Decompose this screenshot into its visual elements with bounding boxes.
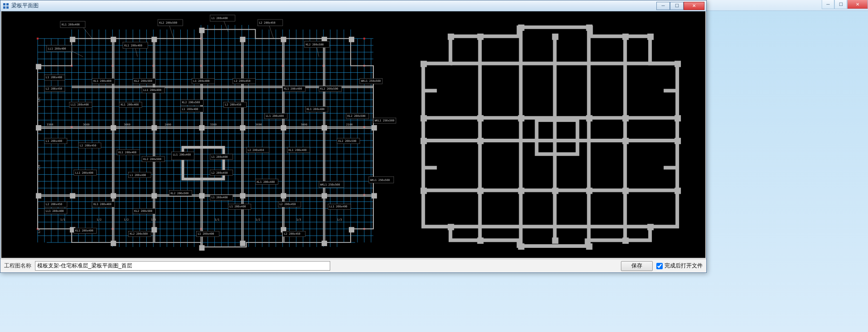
svg-line-184 <box>269 25 273 39</box>
svg-text:3600: 3600 <box>83 123 90 126</box>
svg-text:LL1 200x400: LL1 200x400 <box>75 171 94 174</box>
window-title: 梁板平面图 <box>11 2 39 10</box>
svg-rect-344 <box>477 188 484 194</box>
titlebar[interactable]: 梁板平面图 ─ ☐ ✕ <box>0 0 706 11</box>
svg-rect-330 <box>622 34 629 40</box>
svg-rect-169 <box>152 227 157 232</box>
svg-rect-163 <box>240 193 245 199</box>
svg-rect-335 <box>518 115 525 121</box>
svg-rect-153 <box>199 125 204 131</box>
svg-text:1/1: 1/1 <box>214 218 219 221</box>
svg-rect-336 <box>586 115 592 121</box>
svg-rect-345 <box>518 188 525 194</box>
svg-text:1/C: 1/C <box>37 97 40 102</box>
svg-text:LL1 200x400: LL1 200x400 <box>266 114 284 117</box>
svg-rect-348 <box>622 188 629 194</box>
close-button[interactable]: ✕ <box>684 2 704 10</box>
svg-text:WKL1 250x500: WKL1 250x500 <box>320 183 340 186</box>
bottom-toolbar: 工程图名称 保存 完成后打开文件 <box>0 259 706 272</box>
svg-text:KL1 200x400: KL1 200x400 <box>307 107 325 111</box>
svg-text:3600: 3600 <box>255 123 262 126</box>
svg-text:2400: 2400 <box>165 123 172 126</box>
svg-rect-347 <box>586 188 592 194</box>
svg-text:LL1 200x400: LL1 200x400 <box>71 103 89 106</box>
open-after-checkbox-input[interactable] <box>656 263 663 269</box>
parent-close-button[interactable]: ✕ <box>847 0 868 9</box>
svg-text:KL1 200x400: KL1 200x400 <box>257 180 275 183</box>
app-icon <box>2 2 10 10</box>
svg-text:L1 200x400: L1 200x400 <box>211 16 228 20</box>
svg-text:KL1 200x400: KL1 200x400 <box>62 23 80 26</box>
svg-rect-150 <box>36 125 41 131</box>
svg-rect-142 <box>70 37 75 42</box>
svg-text:KL1 200x400: KL1 200x400 <box>288 148 307 151</box>
svg-text:KL2 200x500: KL2 200x500 <box>130 232 148 235</box>
parent-max-button[interactable]: ☐ <box>834 0 847 9</box>
svg-text:1/1: 1/1 <box>60 218 65 221</box>
svg-rect-341 <box>622 138 629 144</box>
svg-text:L1 200x400: L1 200x400 <box>211 155 228 158</box>
svg-rect-355 <box>622 237 629 244</box>
open-after-checkbox[interactable]: 完成后打开文件 <box>656 262 703 270</box>
svg-text:L2 200x450: L2 200x450 <box>211 171 228 174</box>
svg-rect-349 <box>675 188 681 194</box>
svg-rect-339 <box>421 138 427 144</box>
svg-text:1/2: 1/2 <box>255 218 260 221</box>
svg-text:L2 200x450: L2 200x450 <box>46 202 62 206</box>
svg-rect-342 <box>675 138 681 144</box>
svg-text:1/3: 1/3 <box>151 218 156 221</box>
svg-text:L1 200x400: L1 200x400 <box>182 107 198 111</box>
svg-text:KL2 200x500: KL2 200x500 <box>182 101 200 104</box>
svg-text:2100: 2100 <box>346 123 353 126</box>
svg-text:WKL1 250x500: WKL1 250x500 <box>370 178 390 181</box>
svg-rect-170 <box>199 245 204 251</box>
beam-slab-plan-window: 梁板平面图 ─ ☐ ✕ <box>0 0 707 273</box>
parent-min-button[interactable]: ─ <box>822 0 834 9</box>
drawing-name-input[interactable] <box>35 261 330 271</box>
svg-rect-340 <box>477 138 484 144</box>
svg-rect-319 <box>536 120 577 154</box>
svg-text:3000: 3000 <box>301 123 308 126</box>
svg-text:L2 200x450: L2 200x450 <box>284 232 300 235</box>
svg-text:LL1 200x400: LL1 200x400 <box>144 88 162 91</box>
svg-text:L1 200x400: L1 200x400 <box>46 75 62 79</box>
svg-rect-332 <box>675 61 681 67</box>
svg-text:1/3: 1/3 <box>337 218 342 221</box>
svg-text:L1 200x400: L1 200x400 <box>130 173 146 176</box>
svg-rect-152 <box>152 125 157 131</box>
svg-text:L2 200x450: L2 200x450 <box>234 79 250 82</box>
svg-rect-353 <box>552 237 558 244</box>
svg-text:KL1 200x400: KL1 200x400 <box>284 87 302 90</box>
svg-rect-89 <box>363 38 365 40</box>
svg-rect-158 <box>36 193 41 199</box>
svg-rect-149 <box>349 37 354 42</box>
save-button[interactable]: 保存 <box>621 261 653 271</box>
svg-rect-143 <box>111 37 116 42</box>
svg-text:KL2 200x500: KL2 200x500 <box>159 21 178 24</box>
right-floor-plan <box>421 25 681 250</box>
svg-rect-145 <box>199 28 204 33</box>
svg-text:LL1 200x400: LL1 200x400 <box>173 153 191 156</box>
svg-line-181 <box>223 20 228 32</box>
maximize-button[interactable]: ☐ <box>670 2 684 10</box>
svg-text:L2 200x450: L2 200x450 <box>259 21 275 24</box>
svg-text:KL1 200x400: KL1 200x400 <box>94 202 112 206</box>
svg-text:KL1 200x400: KL1 200x400 <box>124 44 143 47</box>
svg-rect-174 <box>349 227 354 232</box>
cad-canvas[interactable]: KL1 200x400 KL2 200x500 L1 200x400 L2 20… <box>0 11 706 259</box>
svg-text:KL2 200x500: KL2 200x500 <box>134 79 153 82</box>
svg-rect-346 <box>552 188 558 194</box>
svg-line-175 <box>83 27 92 39</box>
minimize-button[interactable]: ─ <box>656 2 670 10</box>
svg-text:3300: 3300 <box>47 123 54 126</box>
svg-rect-331 <box>647 34 654 40</box>
svg-text:L1 200x400: L1 200x400 <box>193 79 209 82</box>
svg-text:KL2 200x500: KL2 200x500 <box>306 43 324 46</box>
svg-rect-156 <box>322 125 327 131</box>
svg-rect-166 <box>372 193 377 199</box>
svg-rect-173 <box>322 241 327 246</box>
svg-text:L2 200x450: L2 200x450 <box>279 202 296 206</box>
svg-text:KL1 200x400: KL1 200x400 <box>75 229 94 232</box>
svg-rect-164 <box>281 193 286 199</box>
svg-text:1/B: 1/B <box>37 165 40 170</box>
